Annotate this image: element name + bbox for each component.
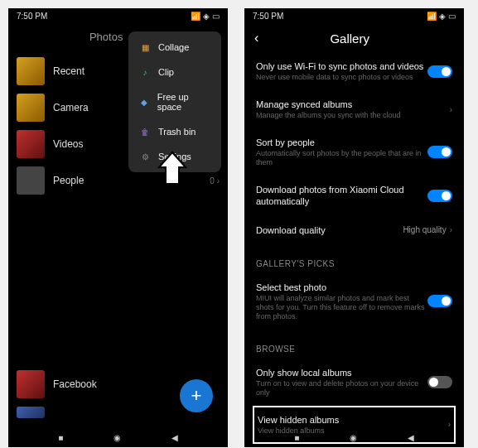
album-count: 0 › — [210, 176, 220, 185]
setting-title: Only use Wi-Fi to sync photos and videos — [256, 60, 427, 72]
setting-download-cloud[interactable]: Download photos from Xiaomi Cloud automa… — [256, 176, 452, 216]
battery-icon: ▭ — [212, 12, 220, 21]
fab-add[interactable]: + — [180, 379, 213, 412]
wifi-icon: ◈ — [203, 12, 210, 21]
menu-label: Clip — [158, 67, 174, 77]
battery-icon: ▭ — [448, 12, 456, 21]
nav-bar: ■ ◉ ◀ — [8, 427, 228, 447]
menu-label: Collage — [158, 42, 189, 52]
signal-icon: 📶 — [191, 12, 200, 21]
wifi-icon: ◈ — [439, 12, 446, 21]
setting-sub: Turn on to view and delete photos on you… — [256, 379, 427, 397]
thumb-facebook — [17, 370, 45, 398]
collage-icon: ▦ — [140, 42, 150, 52]
thumb-camera — [17, 94, 45, 122]
nav-recent-icon[interactable]: ■ — [294, 433, 299, 442]
clip-icon: ♪ — [140, 67, 150, 77]
status-bar: 7:50 PM 📶 ◈ ▭ — [244, 8, 464, 24]
setting-sub: Automatically sort photos by the people … — [256, 149, 427, 167]
settings-list: Only use Wi-Fi to sync photos and videos… — [244, 52, 464, 447]
setting-title: Select best photo — [256, 282, 427, 293]
chevron-right-icon: › — [450, 225, 452, 234]
setting-value: High quality — [403, 225, 446, 234]
setting-title: View hidden albums — [258, 414, 448, 426]
trash-icon: 🗑 — [140, 127, 150, 137]
setting-title: Download photos from Xiaomi Cloud automa… — [256, 184, 427, 208]
status-time: 7:50 PM — [17, 12, 47, 21]
up-arrow-icon — [156, 151, 189, 187]
menu-clip[interactable]: ♪ Clip — [128, 60, 221, 84]
free-up-icon: ◆ — [140, 97, 149, 107]
setting-local-albums[interactable]: Only show local albums Turn on to view a… — [256, 359, 452, 406]
setting-manage-synced[interactable]: Manage synced albums Manage the albums y… — [256, 90, 452, 128]
status-bar: 7:50 PM 📶 ◈ ▭ — [8, 8, 228, 24]
nav-home-icon[interactable]: ◉ — [350, 433, 357, 442]
setting-wifi-sync[interactable]: Only use Wi-Fi to sync photos and videos… — [256, 52, 452, 90]
status-icons: 📶 ◈ ▭ — [427, 12, 456, 21]
toggle-sort-people[interactable] — [427, 146, 452, 158]
album-label: Recent — [53, 65, 84, 77]
setting-title: Sort by people — [256, 137, 427, 148]
toggle-wifi-sync[interactable] — [427, 65, 452, 78]
menu-label: Free up space — [157, 92, 210, 112]
phone-right: 7:50 PM 📶 ◈ ▭ ‹ Gallery Only use Wi-Fi t… — [244, 8, 464, 447]
thumb-recent — [17, 57, 45, 85]
toggle-local-albums[interactable] — [427, 376, 452, 388]
menu-collage[interactable]: ▦ Collage — [128, 35, 221, 60]
setting-title: Download quality — [256, 224, 403, 236]
section-browse: BROWSE — [256, 330, 452, 359]
plus-icon: + — [191, 385, 202, 407]
toggle-best-photo[interactable] — [427, 295, 452, 307]
album-label: People — [53, 175, 84, 186]
nav-back-icon[interactable]: ◀ — [171, 433, 178, 442]
setting-title: Manage synced albums — [256, 99, 450, 110]
signal-icon: 📶 — [427, 12, 437, 21]
nav-back-icon[interactable]: ◀ — [408, 433, 414, 442]
setting-sub: Manage the albums you sync with the clou… — [256, 111, 450, 120]
nav-recent-icon[interactable]: ■ — [58, 433, 63, 442]
gear-icon: ⚙ — [140, 152, 150, 161]
tab-photos[interactable]: Photos — [89, 31, 123, 43]
setting-best-photo[interactable]: Select best photo MIUI will analyze simi… — [256, 273, 452, 330]
menu-trash[interactable]: 🗑 Trash bin — [128, 119, 221, 144]
thumb-extra — [17, 407, 45, 418]
nav-home-icon[interactable]: ◉ — [113, 433, 121, 442]
toggle-download[interactable] — [427, 190, 452, 202]
section-picks: GALLERY'S PICKS — [256, 244, 452, 273]
setting-sub: MIUI will analyze similar photos and mar… — [256, 294, 427, 320]
header: ‹ Gallery — [244, 24, 464, 52]
phone-left: 7:50 PM 📶 ◈ ▭ Photos A Recent Camera Vid… — [8, 8, 228, 447]
status-icons: 📶 ◈ ▭ — [191, 12, 220, 21]
status-time: 7:50 PM — [253, 12, 283, 21]
album-label: Videos — [53, 138, 83, 150]
menu-label: Trash bin — [158, 127, 196, 137]
arrow-pointer — [156, 151, 189, 190]
nav-bar: ■ ◉ ◀ — [244, 427, 464, 447]
setting-sort-people[interactable]: Sort by people Automatically sort photos… — [256, 128, 452, 176]
setting-title: Only show local albums — [256, 367, 427, 378]
setting-sub: Never use mobile data to sync photos or … — [256, 73, 427, 82]
album-label: Facebook — [53, 378, 97, 390]
page-title: Gallery — [258, 31, 441, 46]
thumb-people — [17, 166, 45, 195]
setting-download-quality[interactable]: Download quality High quality › — [256, 216, 452, 244]
menu-free-up[interactable]: ◆ Free up space — [128, 84, 221, 119]
album-label: Camera — [53, 102, 89, 113]
chevron-right-icon: › — [450, 105, 452, 114]
thumb-videos — [17, 130, 45, 158]
